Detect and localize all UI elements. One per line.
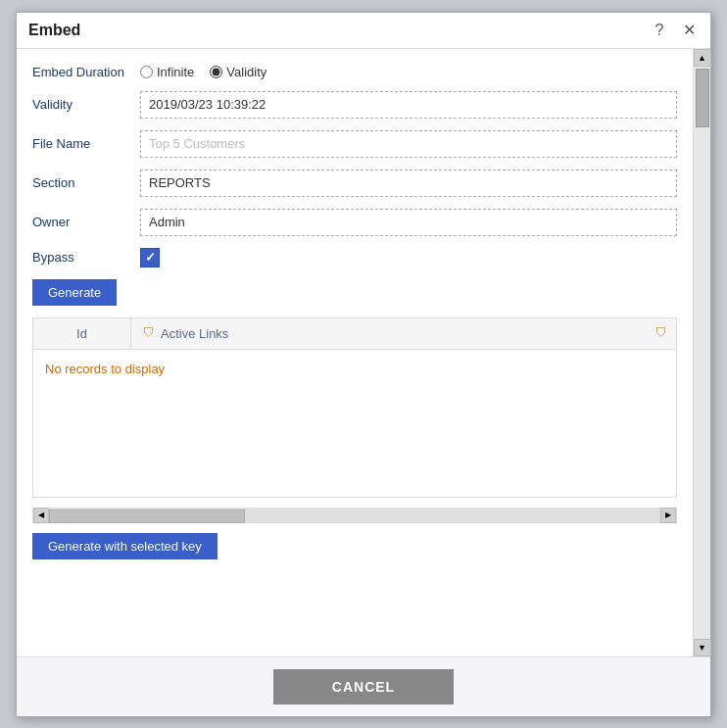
hscroll-right-btn[interactable]: ▶ <box>660 508 676 523</box>
col-links-header: ⛉ Active Links <box>131 318 647 349</box>
owner-input[interactable] <box>140 209 677 236</box>
owner-label: Owner <box>32 215 140 229</box>
bypass-checkbox[interactable]: ✓ <box>140 248 160 267</box>
section-label: Section <box>32 175 140 190</box>
file-name-input[interactable] <box>140 130 677 158</box>
generate-button[interactable]: Generate <box>32 279 117 306</box>
section-row: Section <box>32 170 677 197</box>
validity-row: Validity <box>32 91 677 119</box>
active-links-table: Id ⛉ Active Links ⛉ No records to displa… <box>32 317 677 498</box>
embed-duration-label: Embed Duration <box>32 65 140 79</box>
bypass-row: Bypass ✓ <box>32 248 677 267</box>
infinite-label: Infinite <box>157 65 194 79</box>
dialog-footer: CANCEL <box>17 656 710 716</box>
validity-field-label: Validity <box>32 97 140 112</box>
section-input[interactable] <box>140 170 677 197</box>
col-filter-right: ⛉ <box>647 318 676 349</box>
filter-icon-right[interactable]: ⛉ <box>655 326 667 340</box>
horizontal-scrollbar[interactable]: ◀ ▶ <box>32 508 677 523</box>
vertical-scrollbar: ▲ ▼ <box>693 49 710 656</box>
scroll-down-btn[interactable]: ▼ <box>694 639 711 656</box>
infinite-radio[interactable] <box>140 66 153 78</box>
no-records-text: No records to display <box>45 362 165 376</box>
close-icon[interactable]: ✕ <box>679 21 699 40</box>
hscroll-left-btn[interactable]: ◀ <box>33 508 49 523</box>
owner-row: Owner <box>32 209 677 236</box>
file-name-label: File Name <box>32 136 140 151</box>
table-body: No records to display <box>33 350 676 497</box>
hscroll-track[interactable] <box>49 509 660 522</box>
validity-input[interactable] <box>140 91 677 119</box>
header-icons: ? ✕ <box>650 21 699 40</box>
file-name-row: File Name <box>32 130 677 158</box>
col-links-label: Active Links <box>161 326 228 341</box>
table-header: Id ⛉ Active Links ⛉ <box>33 318 676 350</box>
scroll-thumb[interactable] <box>696 69 709 127</box>
validity-radio-item[interactable]: Validity <box>210 65 267 79</box>
checkbox-check-icon: ✓ <box>145 250 156 265</box>
validity-radio[interactable] <box>210 66 222 78</box>
dialog-header: Embed ? ✕ <box>17 13 710 49</box>
validity-radio-label: Validity <box>226 65 267 79</box>
generate-selected-button[interactable]: Generate with selected key <box>32 533 218 559</box>
hscroll-thumb[interactable] <box>49 510 245 523</box>
scroll-track[interactable] <box>694 67 710 639</box>
radio-group: Infinite Validity <box>140 65 267 79</box>
help-icon[interactable]: ? <box>650 21 669 40</box>
embed-dialog: Embed ? ✕ Embed Duration Infinite Validi… <box>16 12 711 717</box>
cancel-button[interactable]: CANCEL <box>273 669 454 704</box>
dialog-title: Embed <box>28 22 80 39</box>
infinite-radio-item[interactable]: Infinite <box>140 65 194 79</box>
embed-duration-row: Embed Duration Infinite Validity <box>32 65 677 79</box>
scroll-up-btn[interactable]: ▲ <box>694 49 711 67</box>
filter-icon-left[interactable]: ⛉ <box>143 326 155 340</box>
bypass-label: Bypass <box>32 250 140 265</box>
main-content: Embed Duration Infinite Validity Validit… <box>17 49 693 656</box>
col-id-header: Id <box>33 318 131 349</box>
dialog-body: Embed Duration Infinite Validity Validit… <box>17 49 710 656</box>
